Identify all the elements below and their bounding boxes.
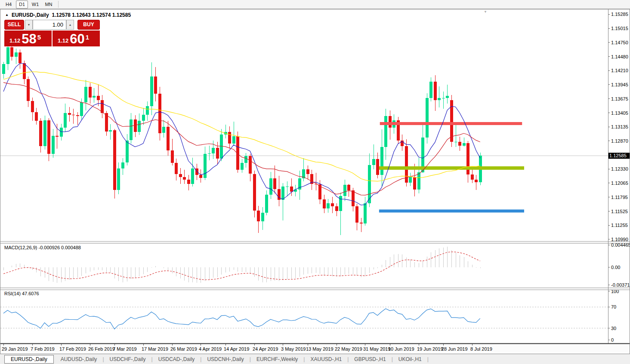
sell-price-prefix: 1.12 <box>9 37 20 44</box>
buy-price-button[interactable]: 1.12 60 1 <box>52 31 100 46</box>
buy-price-prefix: 1.12 <box>58 37 68 44</box>
price-tick-label: 1.11255 <box>611 223 628 228</box>
tab-usdcad-daily[interactable]: USDCAD-,Daily <box>153 355 200 364</box>
sell-price-big: 58 <box>22 33 36 45</box>
rsi-indicator-label: RSI(14) 47.6076 <box>4 291 39 296</box>
price-tick-label: 1.12065 <box>611 180 628 186</box>
tab-usdchf-daily[interactable]: USDCHF-,Daily <box>105 355 151 364</box>
date-label: 28 Jun 2019 <box>442 346 468 352</box>
symbol-ohlc-values: 1.12578 1.12643 1.12574 1.12585 <box>52 12 131 18</box>
date-label: 4 Apr 2019 <box>199 346 222 352</box>
volume-decrease-button[interactable]: ▼ <box>25 20 33 30</box>
rsi-axis-label: 0 <box>611 337 614 343</box>
price-tick-label: 1.13135 <box>611 124 628 129</box>
tab-usdcnh-daily[interactable]: USDCNH-,Daily <box>202 355 249 364</box>
rsi-axis-label: 70 <box>611 304 616 309</box>
tab-xauusd-h1[interactable]: XAUUSD-,H1 <box>305 355 347 364</box>
price-tick-label: 1.13405 <box>611 110 628 116</box>
date-label: 17 Feb 2019 <box>59 346 86 352</box>
price-tick-label: 1.12330 <box>611 166 628 171</box>
toolbar-separator <box>58 1 59 8</box>
buy-price-big: 60 <box>70 33 84 45</box>
tab-separator: | <box>427 356 429 362</box>
tab-eurchf-weekly[interactable]: EURCHF-,Weekly <box>251 355 303 364</box>
chevron-up-icon: ▲ <box>69 23 72 26</box>
date-label: 22 May 2019 <box>335 346 362 352</box>
tab-eurusd-daily[interactable]: EURUSD-,Daily <box>4 355 54 364</box>
chart-canvas[interactable]: 100703000.0044650.00-0.0037151.152851.15… <box>0 0 630 364</box>
date-label: 26 Mar 2019 <box>170 346 197 352</box>
tab-audusd-daily[interactable]: AUDUSD-,Daily <box>56 355 102 364</box>
timeframe-button-w1[interactable]: W1 <box>29 0 41 9</box>
price-tick-label: 1.15015 <box>611 26 628 31</box>
symbol-header: ▲ EURUSD-,Daily 1.12578 1.12643 1.12574 … <box>5 12 131 18</box>
date-label: 26 Feb 2019 <box>88 346 115 352</box>
price-tick-label: 1.10990 <box>611 237 628 242</box>
macd-indicator-label: MACD(12,26,9) -0.000926 0.000488 <box>4 245 81 250</box>
sell-button[interactable]: SELL <box>4 20 24 30</box>
sell-price-sup: 5 <box>37 34 41 41</box>
timeframe-button-d1[interactable]: D1 <box>16 0 28 9</box>
rsi-axis-label: 30 <box>611 326 616 331</box>
date-label: 14 Apr 2019 <box>224 346 249 352</box>
price-tick-label: 1.15285 <box>611 12 628 17</box>
collapse-panel-icon[interactable]: ▲ <box>5 12 9 18</box>
price-tick-label: 1.13945 <box>611 82 628 87</box>
volume-input[interactable] <box>33 20 66 30</box>
symbol-title: EURUSD-,Daily <box>12 12 49 18</box>
one-click-trading-panel: SELL ▼ ▲ BUY 1.12 58 5 1.12 60 1 <box>4 20 100 46</box>
macd-axis-label: -0.003715 <box>611 282 630 288</box>
chevron-down-icon: ▼ <box>28 23 31 26</box>
tab-ukoil-h1[interactable]: UKOil-,H1 <box>393 355 427 364</box>
current-price-label: 1.12585 <box>609 153 627 158</box>
price-tick-label: 1.14480 <box>611 54 628 59</box>
date-label: 7 Mar 2019 <box>113 346 137 352</box>
date-label: 29 Jan 2019 <box>2 346 28 352</box>
buy-price-sup: 1 <box>86 34 89 41</box>
date-label: 17 Mar 2019 <box>142 346 168 352</box>
date-label: 31 May 2019 <box>363 346 391 352</box>
macd-axis-label: 0.00 <box>611 265 620 270</box>
date-label: 3 May 2019 <box>281 346 306 352</box>
date-label: 10 Jun 2019 <box>388 346 414 352</box>
price-tick-label: 1.13675 <box>611 96 628 101</box>
date-label: 8 Jul 2019 <box>470 346 492 352</box>
buy-button[interactable]: BUY <box>77 20 100 30</box>
price-tick-label: 1.12870 <box>611 138 628 144</box>
price-tick-label: 1.14210 <box>611 68 628 73</box>
chart-shift-marker-icon[interactable]: ▼ <box>484 10 487 14</box>
price-tick-label: 1.11525 <box>611 209 628 214</box>
timeframe-button-h4[interactable]: H4 <box>3 0 15 9</box>
timeframe-button-mn[interactable]: MN <box>43 0 55 9</box>
timeframe-toolbar: H4 D1 W1 MN <box>0 0 630 9</box>
price-tick-label: 1.14750 <box>611 40 628 45</box>
date-label: 19 Jun 2019 <box>417 346 443 352</box>
tab-gbpusd-h1[interactable]: GBPUSD-,H1 <box>349 355 391 364</box>
sell-price-button[interactable]: 1.12 58 5 <box>4 31 52 46</box>
volume-increase-button[interactable]: ▲ <box>66 20 74 30</box>
date-label: 13 May 2019 <box>306 346 334 352</box>
macd-axis-label: 0.004465 <box>611 242 630 248</box>
date-label: 24 Apr 2019 <box>253 346 278 352</box>
price-tick-label: 1.11795 <box>611 195 628 200</box>
date-label: 7 Feb 2019 <box>31 346 55 352</box>
chart-tab-bar: EURUSD-,DailyAUDUSD-,Daily|USDCHF-,Daily… <box>0 354 630 364</box>
